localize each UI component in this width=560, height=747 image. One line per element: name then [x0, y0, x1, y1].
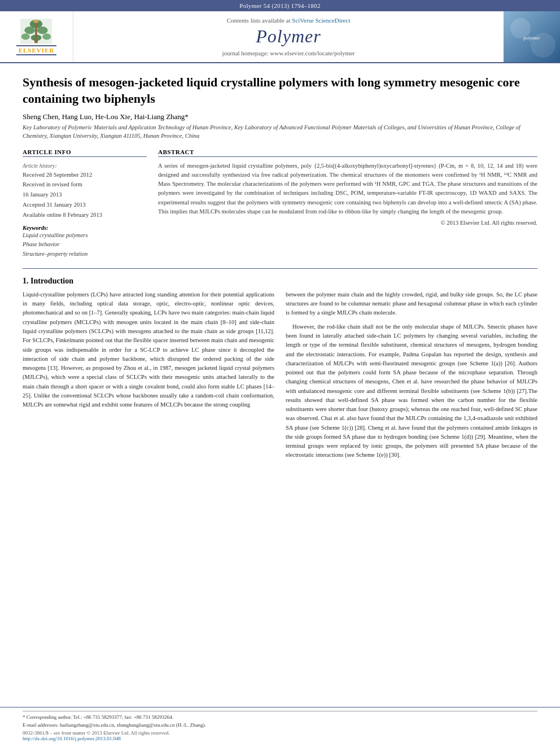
elsevier-logo-section: ELSEVIER — [0, 11, 73, 62]
article-affiliation: Key Laboratory of Polymeric Materials an… — [23, 124, 537, 140]
journal-center: Contents lists available at SciVerse Sci… — [73, 11, 504, 62]
svg-point-9 — [34, 19, 39, 23]
journal-cover-image: polymer — [504, 11, 560, 62]
contents-line: Contents lists available at SciVerse Sci… — [227, 17, 350, 24]
abstract-column: ABSTRACT A series of mesogen-jacketed li… — [158, 148, 537, 259]
keyword-3: Structure–property relation — [23, 250, 147, 259]
article-info-label: ARTICLE INFO — [23, 148, 147, 157]
keyword-1: Liquid crystalline polymers — [23, 231, 147, 241]
keyword-2: Phase behavior — [23, 240, 147, 250]
article-authors: Sheng Chen, Hang Luo, He-Lou Xie, Hai-Li… — [23, 112, 537, 121]
footnote-corresponding: * Corresponding author. Tel.: +86 731 58… — [23, 711, 537, 729]
page: Polymer 54 (2013) 1794–1802 — [0, 0, 560, 747]
journal-header: ELSEVIER Contents lists available at Sci… — [0, 11, 560, 63]
email-values: hailiangzhang@xtu.edu.cn, zhanghangliang… — [60, 722, 206, 728]
intro-para1: Liquid-crystalline polymers (LCPs) have … — [23, 290, 274, 409]
footnote-issn: 0032-3861/$ – see front matter © 2013 El… — [23, 730, 537, 736]
svg-point-3 — [37, 27, 48, 34]
body-text: Liquid-crystalline polymers (LCPs) have … — [23, 290, 537, 465]
cover-svg: polymer — [504, 11, 560, 62]
copyright: © 2013 Elsevier Ltd. All rights reserved… — [158, 219, 537, 228]
article-info-column: ARTICLE INFO Article history: Received 2… — [23, 148, 147, 259]
history-label: Article history: — [23, 161, 147, 171]
svg-rect-8 — [36, 21, 38, 37]
top-bar: Polymer 54 (2013) 1794–1802 — [0, 0, 560, 11]
main-content: Synthesis of mesogen-jacketed liquid cry… — [0, 63, 560, 707]
online-date: Available online 8 February 2013 — [23, 211, 147, 220]
keywords-list: Liquid crystalline polymers Phase behavi… — [23, 231, 147, 259]
revised-label: Received in revised form — [23, 180, 147, 190]
cover-placeholder: polymer — [504, 11, 560, 62]
article-title: Synthesis of mesogen-jacketed liquid cry… — [23, 75, 537, 107]
elsevier-brand: ELSEVIER — [16, 45, 57, 55]
revised-date: 16 January 2013 — [23, 190, 147, 200]
article-info-abstract: ARTICLE INFO Article history: Received 2… — [23, 148, 537, 259]
doi-link[interactable]: http://dx.doi.org/10.1016/j.polymer.2013… — [23, 736, 121, 741]
sciverse-link[interactable]: SciVerse ScienceDirect — [292, 17, 350, 24]
article-history-block: Article history: Received 28 September 2… — [23, 161, 147, 220]
elsevier-tree-icon — [19, 19, 53, 44]
body-left-col: Liquid-crystalline polymers (LCPs) have … — [23, 290, 274, 465]
intro-para3: However, the rod-like chain shall not be… — [286, 322, 537, 460]
section-divider — [23, 268, 537, 269]
received-date: Received 28 September 2012 — [23, 171, 147, 180]
intro-section-title: 1. Introduction — [23, 277, 537, 286]
journal-homepage: journal homepage: www.elsevier.com/locat… — [222, 50, 355, 56]
svg-text:polymer: polymer — [523, 35, 540, 41]
intro-para2: between the polymer main chain and the h… — [286, 290, 537, 318]
section-title-text: Introduction — [30, 277, 73, 285]
abstract-label: ABSTRACT — [158, 148, 537, 157]
section-number: 1. — [23, 277, 29, 285]
elsevier-logo: ELSEVIER — [16, 19, 57, 55]
keywords-title: Keywords: — [23, 225, 147, 231]
svg-point-6 — [43, 33, 51, 40]
journal-name: Polymer — [256, 26, 321, 47]
svg-point-4 — [21, 33, 30, 40]
abstract-text: A series of mesogen-jacketed liquid crys… — [158, 161, 537, 228]
svg-point-2 — [25, 27, 36, 34]
email-label: E-mail addresses: — [23, 722, 59, 728]
body-right-col: between the polymer main chain and the h… — [286, 290, 537, 465]
accepted-date: Accepted 31 January 2013 — [23, 200, 147, 210]
svg-rect-7 — [35, 38, 38, 43]
footer: * Corresponding author. Tel.: +86 731 58… — [0, 707, 560, 747]
journal-volume: Polymer 54 (2013) 1794–1802 — [239, 2, 320, 9]
